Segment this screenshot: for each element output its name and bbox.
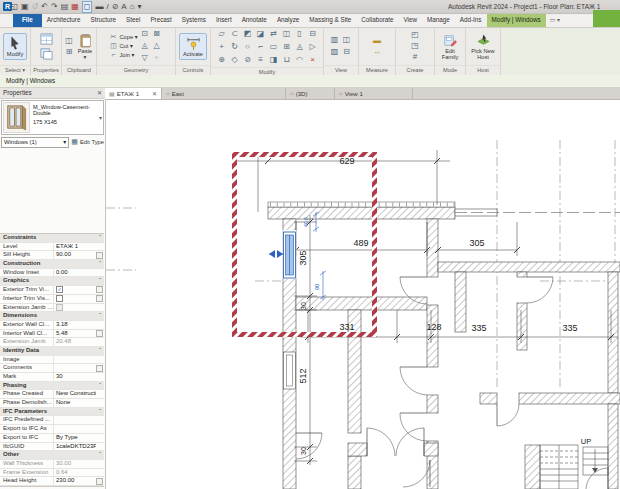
activate-button[interactable]: Activate <box>179 33 207 60</box>
view-tool-icon[interactable]: ▥ <box>330 35 340 45</box>
qat-icon[interactable]: ⊘ <box>112 2 119 12</box>
associate-param-button[interactable] <box>96 286 103 293</box>
view-tab[interactable]: ⌂ View 1 <box>335 87 413 99</box>
ribbon-tab[interactable]: Precast <box>145 13 176 27</box>
property-value[interactable]: 30.00 <box>54 460 96 468</box>
ribbon-tab[interactable]: Steel <box>121 13 145 27</box>
measure-tool-icon[interactable]: ↔ <box>372 47 382 57</box>
section-collapse-icon[interactable]: ˆ <box>99 408 104 416</box>
modify-tool-icon[interactable]: ⊟ <box>307 28 319 40</box>
associate-param-button[interactable] <box>96 365 103 372</box>
modify-button[interactable]: Modify <box>3 33 27 60</box>
qat-icon[interactable]: ▦ <box>71 2 79 12</box>
floor-plan-canvas[interactable]: 629489305305305123033112833533540.090UP <box>105 99 620 489</box>
geometry-tool-icon[interactable]: ◬ <box>140 41 150 51</box>
dimension-label[interactable]: 30 <box>300 302 307 310</box>
property-checkbox[interactable]: ✓ <box>56 286 63 293</box>
section-collapse-icon[interactable]: ˆ <box>99 277 104 285</box>
section-collapse-icon[interactable]: ˆ <box>99 234 104 242</box>
modify-tool-icon[interactable]: × <box>307 54 319 66</box>
type-selector[interactable]: M_Window-Casement- Double 175 X145 ▾ <box>1 100 104 135</box>
qat-icon[interactable]: ↷ <box>51 2 58 12</box>
window-symbol[interactable] <box>284 352 296 389</box>
dimension-label[interactable]: 30 <box>300 447 307 455</box>
walls[interactable] <box>268 207 620 489</box>
qat-icon[interactable]: ◻ <box>82 1 93 13</box>
geometry-tool-icon[interactable]: ⊠ <box>152 29 162 39</box>
view-tool-icon[interactable]: ⊟ <box>342 47 352 57</box>
section-collapse-icon[interactable]: ˆ <box>99 347 104 355</box>
section-collapse-icon[interactable]: ˆ <box>99 312 104 320</box>
dimension-label[interactable]: 128 <box>426 322 441 332</box>
section-collapse-icon[interactable]: ˆ <box>99 382 104 390</box>
property-value[interactable]: By Type <box>54 434 96 442</box>
dimension-label[interactable]: 629 <box>339 156 354 166</box>
create-tool-icon[interactable]: ◰ <box>410 30 420 40</box>
qat-icon[interactable]: ▬ <box>95 2 103 12</box>
modify-tool-icon[interactable]: ≡ <box>255 54 267 66</box>
ribbon-tab[interactable]: Systems <box>177 13 211 27</box>
view-tab[interactable]: ▤ ЕТАЖ 1 ✕ <box>105 87 162 99</box>
ribbon-tab[interactable]: Analyze <box>272 13 304 27</box>
property-checkbox[interactable] <box>56 295 63 302</box>
associate-param-button[interactable] <box>96 252 103 259</box>
dimension-label[interactable]: 335 <box>562 323 577 333</box>
modify-tool-icon[interactable]: ↻ <box>229 41 241 53</box>
qat-icon[interactable]: / <box>106 2 108 12</box>
property-value[interactable]: ЕТАЖ 1 <box>54 243 96 251</box>
cope-button[interactable]: ✂Cope ▾ <box>109 33 137 41</box>
revit-logo-icon[interactable]: R <box>3 2 12 11</box>
property-checkbox[interactable] <box>56 304 63 311</box>
modify-tool-icon[interactable]: ▭ <box>268 41 280 53</box>
dimension-label[interactable]: 335 <box>471 323 486 333</box>
properties-header[interactable]: Properties ✕ <box>0 87 105 99</box>
geometry-tool-icon[interactable]: ⊡ <box>140 29 150 39</box>
property-value[interactable] <box>54 356 96 364</box>
property-value[interactable]: 3.18 <box>54 321 96 329</box>
modify-tool-icon[interactable]: ⇄ <box>268 28 280 40</box>
measure-tool-icon[interactable]: ▬ <box>372 36 382 46</box>
geometry-tool-icon[interactable]: ◦ <box>152 53 162 63</box>
qat-icon[interactable]: ⌂ <box>130 2 135 12</box>
clipboard-tool-icon[interactable]: ◫ <box>64 36 74 46</box>
pick-new-host-button[interactable]: Pick New Host <box>468 32 498 61</box>
modify-tool-icon[interactable]: ▷ <box>307 41 319 53</box>
temp-dimension-label[interactable]: 90 <box>314 283 320 290</box>
modify-tool-icon[interactable]: ◩ <box>242 28 254 40</box>
close-icon[interactable]: ✕ <box>97 89 102 96</box>
properties-palette-icon[interactable] <box>40 33 53 46</box>
close-view-icon[interactable]: ✕ <box>152 90 157 97</box>
modify-tool-icon[interactable]: ▱ <box>216 28 228 40</box>
ribbon-tab[interactable]: Insert <box>211 13 237 27</box>
modify-tool-icon[interactable]: ⊔ <box>281 54 293 66</box>
property-value[interactable]: 20.48 <box>54 338 96 346</box>
modify-tool-icon[interactable]: ◠ <box>294 54 306 66</box>
paste-button[interactable]: Paste ▾ <box>76 32 94 61</box>
property-value[interactable]: New Construction <box>54 390 96 398</box>
modify-tool-icon[interactable]: ◬ <box>294 41 306 53</box>
view-tool-icon[interactable]: ◫ <box>342 35 352 45</box>
qat-icon[interactable]: ▤ <box>61 2 69 12</box>
ribbon-tab[interactable]: Collaborate <box>356 13 398 27</box>
ribbon-tab[interactable]: File <box>13 13 42 27</box>
clipboard-tool-icon[interactable]: ⊞ <box>64 47 74 57</box>
geometry-tool-icon[interactable]: △ <box>152 41 162 51</box>
join-button[interactable]: ⌐Join ▾ <box>109 51 137 59</box>
modify-tool-icon[interactable]: + <box>216 41 228 53</box>
modify-tool-icon[interactable]: ◫ <box>281 28 293 40</box>
selected-window[interactable] <box>269 230 297 279</box>
property-value[interactable]: 230.00 <box>54 477 96 485</box>
modify-tool-icon[interactable]: ◇ <box>229 54 241 66</box>
ribbon-tab[interactable]: Structure <box>85 13 121 27</box>
property-value[interactable]: 90.00 <box>54 251 96 259</box>
edit-type-button[interactable]: ▦ Edit Type <box>71 138 104 146</box>
view-tool-icon[interactable]: ▨ <box>330 47 340 57</box>
property-value[interactable]: None <box>54 399 96 407</box>
property-value[interactable]: 5.48 <box>54 330 96 338</box>
panel-label-select[interactable]: Select ▾ <box>0 65 30 75</box>
edit-family-button[interactable]: Edit Family <box>437 32 463 61</box>
view-tab[interactable]: ⌂ (3D) <box>286 87 335 99</box>
qat-icon[interactable]: ↶ <box>41 2 48 12</box>
modify-tool-icon[interactable]: ⌐ <box>255 41 267 53</box>
associate-param-button[interactable] <box>96 295 103 302</box>
